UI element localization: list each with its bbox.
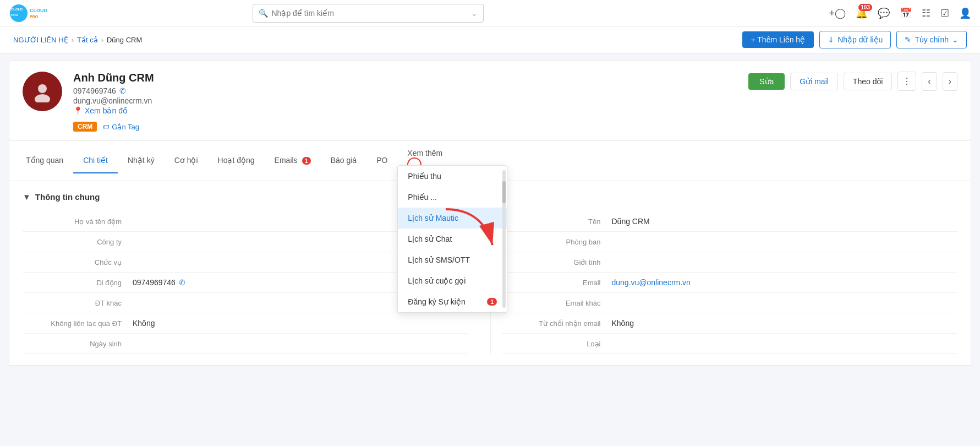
form-row-gioi-tinh: Giới tính xyxy=(502,252,958,273)
menu-item-lich-su-chat[interactable]: Lịch sử Chat xyxy=(398,229,507,249)
profile-email: dung.vu@onlinecrm.vn xyxy=(73,96,957,105)
emails-badge: 1 xyxy=(302,157,311,165)
chevron-down-icon: ⌄ xyxy=(471,9,478,18)
download-icon: ⇓ xyxy=(828,35,834,44)
logo[interactable]: CLOUD PRO CLOUD PRO xyxy=(9,3,69,23)
tabs-bar: Tổng quan Chi tiết Nhật ký Cơ hội Hoạt đ… xyxy=(9,141,971,181)
label-loai: Loại xyxy=(502,339,612,348)
svg-text:CLOUD: CLOUD xyxy=(30,8,47,13)
su-kien-badge: 1 xyxy=(487,298,497,306)
customize-button[interactable]: ✎ Tùy chỉnh ⌄ xyxy=(896,31,967,48)
notification-badge: 103 xyxy=(858,4,872,11)
dropdown-scrollbar[interactable] xyxy=(502,170,506,308)
label-email: Email xyxy=(502,278,612,287)
svg-text:CLOUD: CLOUD xyxy=(11,8,23,11)
map-link[interactable]: 📍 Xem bản đồ xyxy=(73,106,957,115)
breadcrumb-tat-ca[interactable]: Tất cả xyxy=(77,36,98,44)
user-icon[interactable]: 👤 xyxy=(959,7,971,19)
search-bar[interactable]: 🔍 ⌄ xyxy=(253,4,484,23)
phone-icon: ✆ xyxy=(119,86,126,95)
tab-co-hoi[interactable]: Cơ hội xyxy=(165,148,208,173)
label-dt-khac: ĐT khác xyxy=(23,298,133,307)
customize-chevron-icon: ⌄ xyxy=(952,35,959,44)
breadcrumb: NGƯỜI LIÊN HỆ › Tất cả › Dũng CRM + Thêm… xyxy=(0,26,980,53)
calendar-icon[interactable]: 📅 xyxy=(900,7,912,19)
settings-icon: ✎ xyxy=(905,35,911,44)
prev-button[interactable]: ‹ xyxy=(922,72,937,91)
tab-emails[interactable]: Emails 1 xyxy=(265,148,321,173)
label-ho-ten-dem: Họ và tên đệm xyxy=(23,217,133,226)
value-khong-lien-lac: Không xyxy=(133,319,468,328)
value-ten: Dũng CRM xyxy=(612,217,958,226)
form-row-ten: Tên Dũng CRM xyxy=(502,211,958,232)
label-chuc-vu: Chức vụ xyxy=(23,258,133,266)
tab-xem-them[interactable]: Xem thêm ⌄ Phiếu thu Phiếu ... Lịch sử M… xyxy=(397,141,452,181)
label-gioi-tinh: Giới tính xyxy=(502,258,612,266)
bell-icon[interactable]: 🔔 103 xyxy=(856,7,868,19)
top-navigation: CLOUD PRO CLOUD PRO 🔍 ⌄ +◯ 🔔 103 💬 📅 ☷ ☑… xyxy=(0,0,980,26)
gan-tag-button[interactable]: 🏷 Gắn Tag xyxy=(102,123,139,131)
avatar xyxy=(23,72,62,111)
svg-text:PRO: PRO xyxy=(11,13,18,17)
section-collapse-icon[interactable]: ▼ xyxy=(23,192,31,202)
tab-hoat-dong[interactable]: Hoạt động xyxy=(208,148,265,173)
edit-button[interactable]: Sửa xyxy=(748,73,785,90)
scroll-thumb xyxy=(502,181,506,203)
profile-tags: CRM 🏷 Gắn Tag xyxy=(73,122,957,132)
chart-icon[interactable]: ☷ xyxy=(922,7,930,19)
tag-icon: 🏷 xyxy=(102,123,110,131)
xem-them-dropdown: Phiếu thu Phiếu ... Lịch sử Mautic Lịch … xyxy=(397,165,507,313)
label-phong-ban: Phòng ban xyxy=(502,237,612,246)
profile-actions: Sửa Gửi mail Theo dõi ⋮ ‹ › xyxy=(748,72,957,91)
menu-item-lich-su-sms[interactable]: Lịch sử SMS/OTT xyxy=(398,249,507,270)
value-email[interactable]: dung.vu@onlinecrm.vn xyxy=(612,278,958,287)
label-khong-lien-lac: Không liên lạc qua ĐT xyxy=(23,319,133,328)
nav-icons: +◯ 🔔 103 💬 📅 ☷ ☑ 👤 xyxy=(829,7,971,19)
svg-text:PRO: PRO xyxy=(30,15,39,19)
more-options-button[interactable]: ⋮ xyxy=(897,72,916,91)
import-data-button[interactable]: ⇓ Nhập dữ liệu xyxy=(819,31,891,48)
label-email-khac: Email khác xyxy=(502,298,612,307)
next-button[interactable]: › xyxy=(943,72,957,91)
label-di-dong: Di động xyxy=(23,278,133,287)
follow-button[interactable]: Theo dõi xyxy=(844,73,892,90)
profile-card: Anh Dũng CRM 0974969746 ✆ dung.vu@online… xyxy=(9,60,971,141)
menu-item-lich-su-cuoc-goi[interactable]: Lịch sử cuộc gọi xyxy=(398,270,507,291)
tab-po[interactable]: PO xyxy=(366,148,397,173)
breadcrumb-nguoi-lien-he[interactable]: NGƯỜI LIÊN HỆ xyxy=(13,36,68,44)
phone-call-icon[interactable]: ✆ xyxy=(179,278,185,287)
svg-point-6 xyxy=(35,94,50,102)
search-input[interactable] xyxy=(271,9,468,18)
tab-bao-gia[interactable]: Báo giá xyxy=(321,148,366,173)
menu-item-phieu-thu[interactable]: Phiếu thu xyxy=(398,166,507,187)
label-ten: Tên xyxy=(502,217,612,226)
add-icon[interactable]: +◯ xyxy=(829,7,846,19)
menu-item-phieu-2[interactable]: Phiếu ... xyxy=(398,187,507,208)
location-icon: 📍 xyxy=(73,106,83,115)
form-row-khong-lien-lac: Không liên lạc qua ĐT Không xyxy=(23,313,468,334)
form-row-ngay-sinh: Ngày sinh xyxy=(23,334,468,354)
chat-icon[interactable]: 💬 xyxy=(878,7,890,19)
tab-chi-tiet[interactable]: Chi tiết xyxy=(73,148,118,173)
crm-tag: CRM xyxy=(73,122,97,132)
add-contact-button[interactable]: + Thêm Liên hệ xyxy=(742,31,814,48)
form-row-phong-ban: Phòng ban xyxy=(502,232,958,252)
form-row-email-khac: Email khác xyxy=(502,293,958,313)
svg-point-5 xyxy=(38,84,47,93)
menu-item-dang-ky-su-kien[interactable]: Đăng ký Sự kiện 1 xyxy=(398,291,507,312)
breadcrumb-sep-1: › xyxy=(72,36,74,44)
form-row-email: Email dung.vu@onlinecrm.vn xyxy=(502,273,958,293)
tab-tong-quan[interactable]: Tổng quan xyxy=(16,148,73,173)
checkbox-icon[interactable]: ☑ xyxy=(940,7,949,19)
breadcrumb-sep-2: › xyxy=(101,36,103,44)
breadcrumb-dung-crm: Dũng CRM xyxy=(107,36,142,44)
breadcrumb-actions: + Thêm Liên hệ ⇓ Nhập dữ liệu ✎ Tùy chỉn… xyxy=(742,31,967,48)
label-ngay-sinh: Ngày sinh xyxy=(23,339,133,348)
form-row-loai: Loại xyxy=(502,334,958,354)
search-icon: 🔍 xyxy=(259,9,268,18)
form-row-tu-choi-email: Từ chối nhận email Không xyxy=(502,313,958,334)
menu-item-lich-su-mautic[interactable]: Lịch sử Mautic xyxy=(398,208,507,229)
send-mail-button[interactable]: Gửi mail xyxy=(790,73,838,90)
label-tu-choi-email: Từ chối nhận email xyxy=(502,319,612,328)
tab-nhat-ky[interactable]: Nhật ký xyxy=(118,148,165,173)
